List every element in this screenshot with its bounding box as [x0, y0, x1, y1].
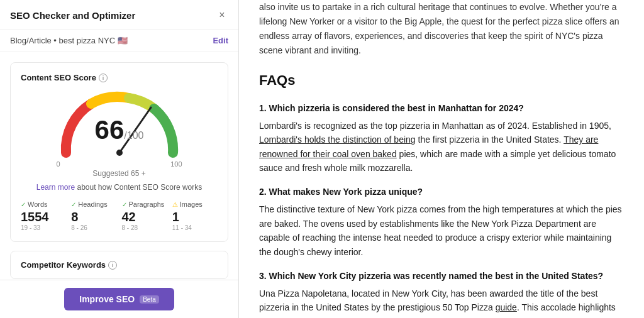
faq-item-2: 2. What makes New York pizza unique? The…	[259, 185, 624, 259]
gauge-score-value: 66	[95, 115, 125, 145]
breadcrumb: Blog/Article • best pizza NYC 🇺🇸	[10, 36, 128, 45]
seo-score-info-icon[interactable]: i	[99, 74, 108, 82]
seo-score-label: Content SEO Score i	[21, 73, 218, 82]
improve-seo-button[interactable]: Improve SEO Beta	[64, 288, 174, 310]
gauge-max-label: 100	[170, 160, 182, 168]
headings-value: 8	[71, 209, 78, 224]
gauge-score-unit: /100	[124, 130, 143, 141]
words-check-icon: ✓	[21, 201, 26, 208]
words-value: 1554	[21, 209, 49, 224]
faq-question-2: 2. What makes New York pizza unique?	[259, 185, 624, 199]
faq-answer-1: Lombardi's is recognized as the top pizz…	[259, 119, 624, 175]
paragraphs-value: 42	[122, 209, 136, 224]
close-button[interactable]: ×	[216, 9, 228, 21]
guide-link: guide	[496, 302, 517, 312]
right-panel: also invite us to partake in a rich cult…	[239, 0, 644, 318]
faq-question-3: 3. Which New York City pizzeria was rece…	[259, 269, 624, 283]
faqs-heading: FAQs	[259, 69, 624, 92]
images-warn-icon: ⚠	[172, 201, 178, 208]
stat-headings: ✓ Headings 8 8 - 26	[71, 200, 116, 231]
competitor-section: Competitor Keywords i	[10, 251, 228, 279]
breadcrumb-row: Blog/Article • best pizza NYC 🇺🇸 Edit	[0, 30, 238, 52]
paragraphs-range: 8 - 28	[122, 224, 138, 231]
faq-item-1: 1. Which pizzeria is considered the best…	[259, 101, 624, 175]
competitor-label: Competitor Keywords i	[21, 260, 218, 270]
faq-item-3: 3. Which New York City pizzeria was rece…	[259, 269, 624, 318]
words-range: 19 - 33	[21, 224, 40, 231]
article-content: also invite us to partake in a rich cult…	[259, 0, 624, 318]
competitor-info-icon[interactable]: i	[108, 261, 117, 270]
images-value: 1	[172, 209, 179, 224]
gauge-suggested: Suggested 65 +	[92, 169, 145, 178]
panel-body: Content SEO Score i	[0, 52, 238, 280]
stat-images: ⚠ Images 1 11 - 34	[172, 200, 218, 231]
stat-paragraphs: ✓ Paragraphs 42 8 - 28	[122, 200, 167, 231]
gauge-labels: 0 100	[57, 160, 182, 168]
left-panel: SEO Checker and Optimizer × Blog/Article…	[0, 0, 239, 318]
bottom-bar: Improve SEO Beta	[0, 280, 238, 318]
learn-more-link[interactable]: Learn more	[36, 183, 75, 192]
gauge-container: 66/100 0 100 Suggested 65 + Learn more a…	[21, 90, 218, 192]
faq-answer-3: Una Pizza Napoletana, located in New Yor…	[259, 287, 624, 318]
seo-score-section: Content SEO Score i	[10, 62, 228, 242]
lombardi-link-1: Lombardi's holds the distinction of bein…	[259, 134, 416, 145]
gauge-svg: 66/100	[57, 90, 182, 159]
beta-badge: Beta	[140, 295, 159, 304]
faq-question-1: 1. Which pizzeria is considered the best…	[259, 101, 624, 116]
panel-title: SEO Checker and Optimizer	[10, 10, 135, 21]
gauge-learn-more: Learn more about how Content SEO Score w…	[36, 183, 203, 192]
paragraphs-check-icon: ✓	[122, 201, 127, 208]
edit-button[interactable]: Edit	[213, 36, 228, 45]
headings-check-icon: ✓	[71, 201, 76, 208]
stat-words: ✓ Words 1554 19 - 33	[21, 200, 66, 231]
stats-grid: ✓ Words 1554 19 - 33 ✓ Headings 8 8 - 26	[21, 200, 218, 231]
gauge-min-label: 0	[57, 160, 60, 168]
headings-range: 8 - 26	[71, 224, 87, 231]
article-intro: also invite us to partake in a rich cult…	[259, 0, 624, 58]
faq-answer-2: The distinctive texture of New York pizz…	[259, 202, 624, 259]
panel-header: SEO Checker and Optimizer ×	[0, 0, 238, 30]
images-range: 11 - 34	[172, 224, 192, 231]
svg-point-1	[116, 150, 123, 156]
